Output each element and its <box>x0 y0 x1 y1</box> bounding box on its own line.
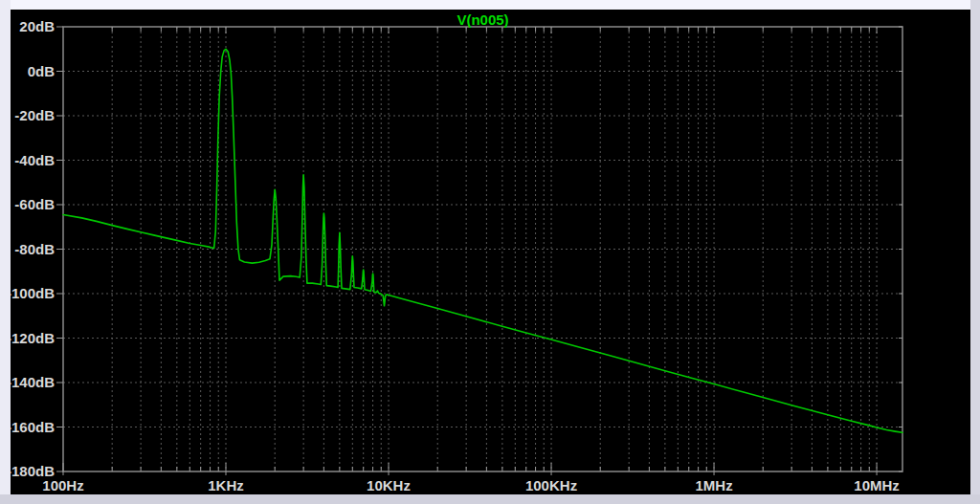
plot-panel: V(n005) 20dB0dB-20dB-40dB-60dB-80dB-100d… <box>11 10 970 494</box>
y-axis-label: -60dB <box>14 196 55 212</box>
y-axis-label: -120dB <box>11 330 55 346</box>
window-frame-top <box>0 0 980 10</box>
trace-V(n005) <box>63 49 902 432</box>
y-axis-label: -20dB <box>14 107 55 123</box>
x-axis-label: 10MHz <box>854 477 900 493</box>
plot-canvas[interactable]: 20dB0dB-20dB-40dB-60dB-80dB-100dB-120dB-… <box>11 10 970 494</box>
window-frame-right <box>970 0 980 504</box>
window-frame-left <box>0 0 11 504</box>
waveform-window: V(n005) 20dB0dB-20dB-40dB-60dB-80dB-100d… <box>0 0 980 504</box>
x-axis-label: 10KHz <box>367 477 411 493</box>
x-axis-label: 100Hz <box>42 477 83 493</box>
x-axis-label: 1KHz <box>208 477 244 493</box>
y-axis-label: 20dB <box>19 18 55 34</box>
window-frame-bottom <box>0 494 980 504</box>
y-axis-label: 0dB <box>28 63 56 79</box>
x-axis-label: 100KHz <box>525 477 577 493</box>
y-axis-label: -100dB <box>11 285 55 301</box>
y-axis-label: -140dB <box>11 374 55 390</box>
y-axis-label: -80dB <box>14 241 55 257</box>
trace-title: V(n005) <box>63 11 902 28</box>
y-axis-label: -40dB <box>14 152 55 168</box>
x-axis-label: 1MHz <box>695 477 732 493</box>
y-axis-label: -160dB <box>11 419 55 435</box>
